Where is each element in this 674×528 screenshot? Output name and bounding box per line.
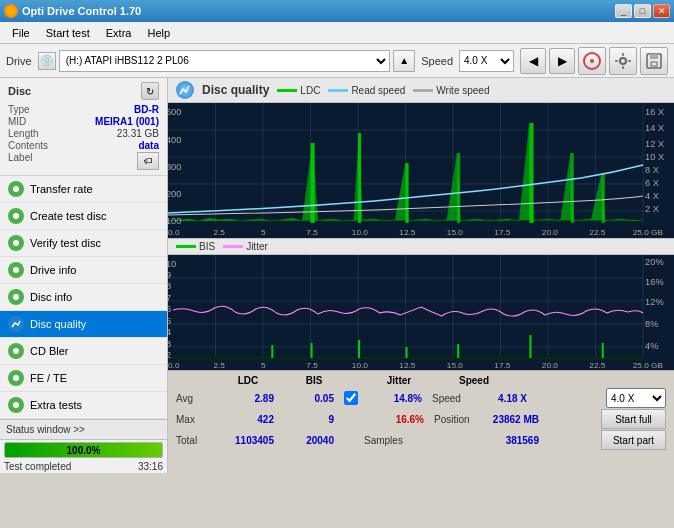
- disc-contents-label: Contents: [8, 140, 48, 151]
- svg-point-6: [13, 186, 19, 192]
- speed-target-selector[interactable]: 4.0 X: [606, 388, 666, 408]
- svg-point-1: [590, 59, 594, 63]
- legend-write-speed: Write speed: [413, 85, 489, 96]
- top-chart-svg: 16 X 14 X 12 X 10 X 8 X 6 X 4 X 2 X 500 …: [168, 103, 674, 238]
- stat-avg-ldc: 2.89: [212, 393, 284, 404]
- bottom-chart-svg: 20% 16% 12% 8% 4% 10 9 8 7 6 5 4 3 2 0.0…: [168, 255, 674, 370]
- stat-header-ldc: LDC: [212, 375, 284, 386]
- svg-text:22.5: 22.5: [589, 228, 606, 237]
- title-bar: Opti Drive Control 1.70 _ □ ✕: [0, 0, 674, 22]
- bottom-status: Test completed 33:16: [0, 460, 167, 473]
- stat-total-ldc: 1103405: [212, 435, 284, 446]
- svg-rect-81: [529, 335, 531, 358]
- svg-text:20.0: 20.0: [542, 361, 559, 370]
- svg-point-8: [13, 240, 19, 246]
- progress-percent: 100.0%: [4, 442, 163, 458]
- disc-info-label: Disc info: [30, 291, 72, 303]
- save-button[interactable]: [640, 47, 668, 75]
- disc-button[interactable]: [578, 47, 606, 75]
- svg-text:400: 400: [168, 135, 181, 145]
- svg-text:15.0: 15.0: [447, 228, 464, 237]
- status-area: Status window >> 100.0% Test completed 3…: [0, 419, 167, 473]
- svg-text:4 X: 4 X: [645, 191, 659, 201]
- stat-total-bis: 20040: [284, 435, 344, 446]
- svg-rect-82: [602, 343, 604, 358]
- svg-text:17.5: 17.5: [494, 361, 511, 370]
- sidebar-item-transfer-rate[interactable]: Transfer rate: [0, 176, 167, 203]
- svg-text:15.0: 15.0: [447, 361, 464, 370]
- svg-text:9: 9: [168, 270, 171, 280]
- disc-refresh-button[interactable]: ↻: [141, 82, 159, 100]
- svg-rect-61: [168, 255, 674, 370]
- sidebar-item-cd-bler[interactable]: CD Bler: [0, 338, 167, 365]
- next-speed-button[interactable]: ▶: [549, 48, 575, 74]
- svg-text:8%: 8%: [645, 319, 658, 329]
- status-window-button[interactable]: Status window >>: [0, 420, 167, 440]
- svg-text:20%: 20%: [645, 257, 664, 267]
- stats-footer: LDC BIS Jitter Speed Avg 2.89 0.05 14.8%…: [168, 370, 674, 454]
- speed-label: Speed: [421, 55, 453, 67]
- svg-point-2: [620, 58, 626, 64]
- menu-start-test[interactable]: Start test: [38, 25, 98, 41]
- sidebar-item-create-test-disc[interactable]: Create test disc: [0, 203, 167, 230]
- start-full-button[interactable]: Start full: [601, 409, 666, 429]
- stats-avg-row: Avg 2.89 0.05 14.8% Speed 4.18 X 4.0 X: [176, 388, 666, 408]
- stat-header-bis: BIS: [284, 375, 344, 386]
- bottom-chart-header: BIS Jitter: [168, 238, 674, 255]
- svg-point-10: [13, 294, 19, 300]
- svg-text:16%: 16%: [645, 277, 664, 287]
- sidebar-item-drive-info[interactable]: Drive info: [0, 257, 167, 284]
- legend-ldc: LDC: [277, 85, 320, 96]
- svg-rect-76: [271, 345, 273, 358]
- stats-headers: LDC BIS Jitter Speed: [176, 375, 666, 386]
- legend-jitter: Jitter: [223, 241, 268, 252]
- sidebar-item-fe-te[interactable]: FE / TE: [0, 365, 167, 392]
- legend-ldc-color: [277, 89, 297, 92]
- disc-label-button[interactable]: 🏷: [137, 152, 159, 170]
- prev-speed-button[interactable]: ◀: [520, 48, 546, 74]
- settings-button[interactable]: [609, 47, 637, 75]
- sidebar-item-disc-quality[interactable]: Disc quality: [0, 311, 167, 338]
- menu-file[interactable]: File: [4, 25, 38, 41]
- legend-write-speed-label: Write speed: [436, 85, 489, 96]
- svg-text:10.0: 10.0: [352, 228, 369, 237]
- stat-speed-label: Speed: [432, 393, 472, 404]
- drive-selector[interactable]: (H:) ATAPI iHBS112 2 PL06: [59, 50, 391, 72]
- menu-extra[interactable]: Extra: [98, 25, 140, 41]
- progress-wrapper: 100.0%: [4, 442, 163, 458]
- test-completed-label: Test completed: [4, 461, 71, 472]
- disc-length-value: 23.31 GB: [117, 128, 159, 139]
- legend-bis: BIS: [176, 241, 215, 252]
- minimize-button[interactable]: _: [615, 4, 632, 18]
- sidebar-item-verify-test-disc[interactable]: Verify test disc: [0, 230, 167, 257]
- disc-section-title: Disc: [8, 85, 31, 97]
- nav-items: Transfer rateCreate test discVerify test…: [0, 176, 167, 419]
- legend-jitter-color: [223, 245, 243, 248]
- sidebar-item-disc-info[interactable]: Disc info: [0, 284, 167, 311]
- sidebar-item-extra-tests[interactable]: Extra tests: [0, 392, 167, 419]
- svg-point-7: [13, 213, 19, 219]
- stat-position: 23862 MB: [474, 414, 539, 425]
- app-title: Opti Drive Control 1.70: [22, 5, 141, 17]
- svg-text:4: 4: [168, 327, 171, 337]
- svg-text:22.5: 22.5: [589, 361, 606, 370]
- drive-info-icon: [8, 262, 24, 278]
- svg-text:25.0 GB: 25.0 GB: [633, 228, 663, 237]
- close-button[interactable]: ✕: [653, 4, 670, 18]
- time-display: 33:16: [138, 461, 163, 472]
- svg-point-12: [13, 375, 19, 381]
- speed-selector[interactable]: 4.0 X: [459, 50, 514, 72]
- start-part-button[interactable]: Start part: [601, 430, 666, 450]
- svg-text:5: 5: [261, 228, 266, 237]
- menu-help[interactable]: Help: [139, 25, 178, 41]
- drive-eject-button[interactable]: ▲: [393, 50, 415, 72]
- maximize-button[interactable]: □: [634, 4, 651, 18]
- svg-text:0.0: 0.0: [168, 228, 180, 237]
- svg-text:500: 500: [168, 107, 181, 117]
- svg-text:8: 8: [168, 281, 171, 291]
- svg-text:2.5: 2.5: [213, 228, 225, 237]
- svg-text:12 X: 12 X: [645, 139, 664, 149]
- legend-bis-color: [176, 245, 196, 248]
- transfer-rate-label: Transfer rate: [30, 183, 93, 195]
- jitter-checkbox[interactable]: [344, 391, 358, 405]
